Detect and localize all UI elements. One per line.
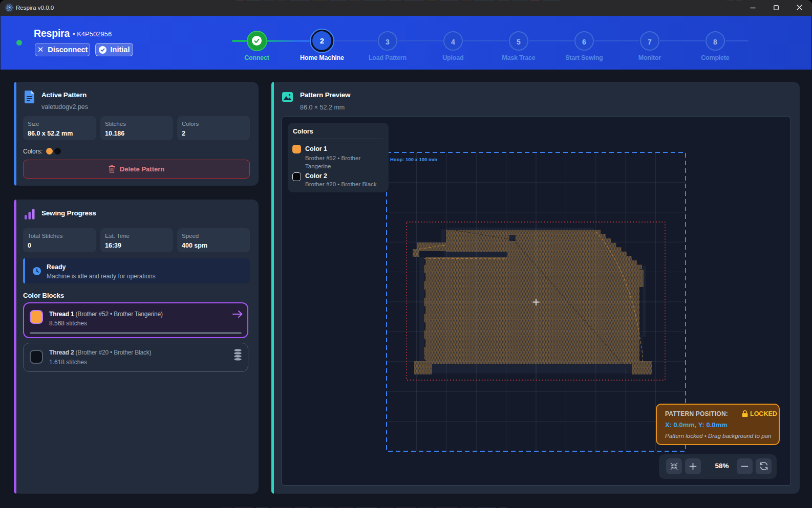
- svg-text:Hoop: 100 x 100 mm: Hoop: 100 x 100 mm: [390, 157, 437, 162]
